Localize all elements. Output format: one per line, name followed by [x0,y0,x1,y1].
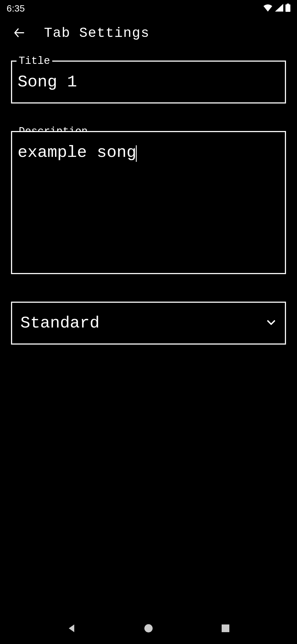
status-icons [263,4,290,13]
status-bar: 6:35 [0,0,297,17]
description-text: example song [18,143,136,162]
form-area: Title Description example song Standard [0,50,297,356]
title-field-wrapper: Title [11,61,286,103]
system-nav-bar [0,614,297,644]
nav-recent-button[interactable] [217,621,234,637]
tuning-dropdown[interactable]: Standard [11,302,286,345]
cell-signal-icon [275,4,283,13]
triangle-back-icon [67,623,76,635]
description-field-wrapper: Description example song [11,131,286,274]
wifi-icon [263,4,273,13]
back-button[interactable] [11,25,28,41]
svg-point-2 [144,624,153,632]
text-cursor [136,145,137,162]
page-title: Tab Settings [44,25,150,41]
svg-rect-0 [287,4,289,4]
title-input[interactable] [11,61,286,103]
nav-home-button[interactable] [140,621,157,637]
nav-back-button[interactable] [63,621,80,637]
square-recent-icon [221,624,230,634]
chevron-down-icon [266,317,277,329]
status-time: 6:35 [7,3,25,14]
title-label: Title [16,55,52,67]
battery-icon [285,4,290,13]
app-bar: Tab Settings [0,17,297,50]
dropdown-selected-value: Standard [20,314,100,332]
description-input[interactable]: example song [11,131,286,274]
svg-rect-3 [222,624,229,632]
svg-rect-1 [285,4,290,12]
circle-home-icon [144,623,153,635]
arrow-left-icon [13,26,26,40]
